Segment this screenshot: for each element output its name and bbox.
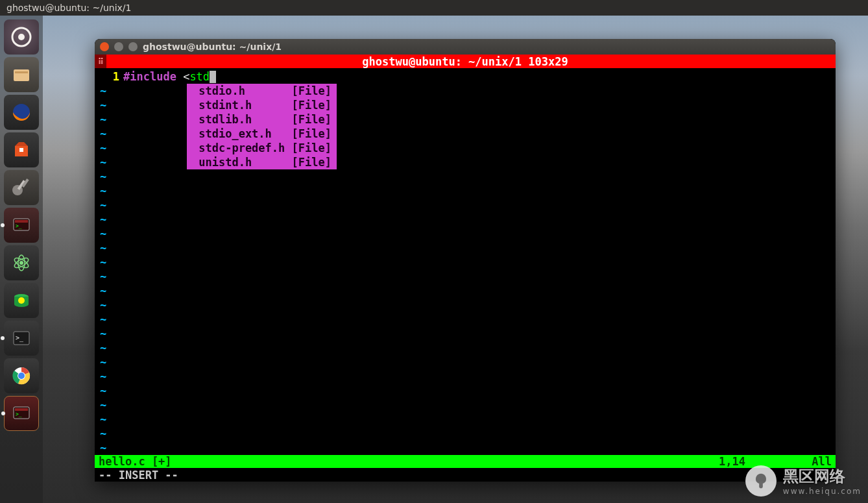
- svg-rect-28: [759, 481, 763, 488]
- completion-item[interactable]: unistd.h [File]: [188, 155, 335, 169]
- close-icon[interactable]: [100, 42, 109, 51]
- window-title: ghostwu@ubuntu: ~/unix/1: [143, 42, 282, 52]
- tilde-icon: ~: [95, 198, 123, 212]
- watermark: 黑区网络 www.heiqu.com: [745, 465, 862, 497]
- line-number: 1: [95, 69, 123, 84]
- svg-rect-11: [15, 220, 28, 223]
- empty-line: ~: [95, 212, 836, 227]
- tilde-icon: ~: [95, 426, 123, 441]
- firefox-icon[interactable]: [4, 95, 39, 130]
- empty-line: ~: [95, 312, 836, 326]
- tilde-icon: ~: [95, 312, 123, 326]
- vim-ruler-title: ghostwu@ubuntu: ~/unix/1 103x29: [95, 55, 836, 68]
- completion-item[interactable]: stdlib.h [File]: [188, 112, 335, 127]
- svg-text:>_: >_: [16, 223, 22, 229]
- tilde-icon: ~: [95, 169, 123, 184]
- empty-line: ~: [95, 269, 836, 284]
- watermark-brand: 黑区网络: [783, 467, 845, 485]
- empty-line: ~: [95, 241, 836, 255]
- terminal-icon[interactable]: >_: [4, 208, 39, 243]
- empty-line: ~: [95, 441, 836, 455]
- topbar-title: ghostwu@ubuntu: ~/unix/1: [6, 3, 131, 13]
- completion-item[interactable]: stdc-predef.h [File]: [188, 141, 335, 155]
- tilde-icon: ~: [95, 184, 123, 198]
- code-line[interactable]: 1 #include <std: [95, 69, 836, 84]
- empty-line: ~: [95, 398, 836, 412]
- svg-rect-26: [15, 408, 28, 411]
- gnome-topbar: ghostwu@ubuntu: ~/unix/1: [0, 0, 868, 16]
- running-pip-icon: [1, 411, 5, 415]
- empty-line: ~: [95, 227, 836, 241]
- status-position: 1,14: [719, 455, 745, 468]
- navicat-icon[interactable]: [4, 283, 39, 318]
- empty-line: ~: [95, 169, 836, 184]
- svg-point-1: [18, 34, 25, 40]
- empty-line: ~: [95, 255, 836, 269]
- chrome-icon[interactable]: [4, 358, 39, 393]
- tilde-icon: ~: [95, 127, 123, 141]
- tilde-icon: ~: [95, 341, 123, 355]
- cursor-icon: [210, 71, 216, 83]
- svg-rect-6: [19, 148, 23, 152]
- empty-line: ~: [95, 284, 836, 298]
- empty-line: ~: [95, 184, 836, 198]
- tilde-icon: ~: [95, 212, 123, 227]
- empty-line: ~: [95, 198, 836, 212]
- svg-point-24: [18, 373, 25, 379]
- tilde-icon: ~: [95, 298, 123, 312]
- empty-line: ~: [95, 355, 836, 369]
- unity-launcher: >_ >_ >_: [0, 16, 43, 503]
- watermark-text: 黑区网络 www.heiqu.com: [783, 466, 862, 496]
- completion-item[interactable]: stdio_ext.h [File]: [188, 127, 335, 141]
- code-content[interactable]: #include <std: [123, 69, 216, 84]
- keyword: #include: [123, 70, 183, 83]
- running-pip-icon: [1, 336, 5, 340]
- tilde-icon: ~: [95, 384, 123, 398]
- terminal2-icon[interactable]: >_: [4, 321, 39, 356]
- completion-item[interactable]: stdio.h [File]: [188, 84, 335, 98]
- svg-text:>_: >_: [16, 334, 24, 342]
- vim-tabline: ⠿ ghostwu@ubuntu: ~/unix/1 103x29: [95, 55, 836, 68]
- empty-line: ~: [95, 412, 836, 426]
- files-icon[interactable]: [4, 57, 39, 92]
- running-pip-icon: [1, 223, 5, 227]
- minimize-icon[interactable]: [114, 42, 123, 51]
- tilde-icon: ~: [95, 255, 123, 269]
- tilde-icon: ~: [95, 398, 123, 412]
- software-center-icon[interactable]: [4, 132, 39, 167]
- empty-line: ~: [95, 384, 836, 398]
- status-filename: hello.c [+]: [99, 455, 172, 468]
- tilde-icon: ~: [95, 412, 123, 426]
- tilde-icon: ~: [95, 241, 123, 255]
- svg-point-13: [19, 261, 23, 265]
- watermark-sub: www.heiqu.com: [783, 487, 862, 496]
- svg-rect-3: [15, 71, 28, 73]
- tilde-icon: ~: [95, 269, 123, 284]
- window-titlebar[interactable]: ghostwu@ubuntu: ~/unix/1: [95, 39, 836, 55]
- tilde-icon: ~: [95, 141, 123, 155]
- tilde-icon: ~: [95, 84, 123, 98]
- empty-line: ~: [95, 341, 836, 355]
- maximize-icon[interactable]: [128, 42, 138, 51]
- tilde-icon: ~: [95, 369, 123, 384]
- tilde-icon: ~: [95, 112, 123, 127]
- atom-icon[interactable]: [4, 245, 39, 280]
- svg-rect-2: [14, 69, 29, 81]
- empty-line: ~: [95, 298, 836, 312]
- completion-item[interactable]: stdint.h [File]: [188, 98, 335, 112]
- include-text: std: [189, 70, 210, 83]
- terminal3-icon[interactable]: >_: [4, 396, 39, 431]
- dash-icon[interactable]: [4, 19, 39, 55]
- empty-line: ~: [95, 326, 836, 341]
- tilde-icon: ~: [95, 326, 123, 341]
- svg-point-18: [18, 297, 25, 304]
- empty-line: ~: [95, 369, 836, 384]
- vim-editor[interactable]: 1 #include <std stdio.h [File] stdint.h …: [95, 68, 836, 455]
- terminal-window: ghostwu@ubuntu: ~/unix/1 ⠿ ghostwu@ubunt…: [95, 39, 836, 482]
- empty-line: ~: [95, 426, 836, 441]
- completion-popup[interactable]: stdio.h [File] stdint.h [File] stdlib.h …: [187, 84, 337, 169]
- angle-bracket: <: [183, 70, 189, 83]
- settings-icon[interactable]: [4, 170, 39, 205]
- tilde-icon: ~: [95, 155, 123, 169]
- watermark-logo-icon: [745, 465, 777, 497]
